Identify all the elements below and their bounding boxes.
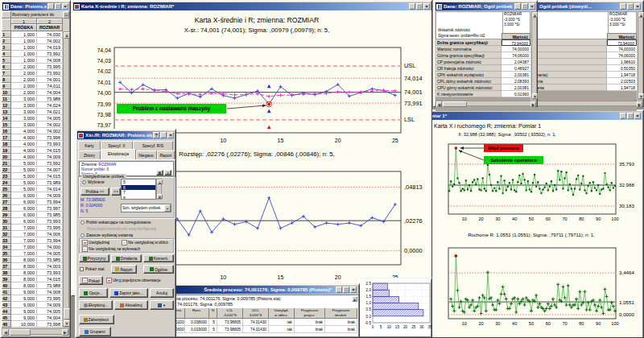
minimize-icon[interactable]: _ xyxy=(620,113,626,119)
column-header-rozmiar[interactable]: ROZMIAR xyxy=(37,24,63,31)
annotation-problem-maszyny[interactable]: Problem z nastawami maszyny xyxy=(117,104,226,113)
row-header[interactable]: 14 xyxy=(2,115,11,122)
cell-rozmiar[interactable]: 74,003 xyxy=(37,263,63,270)
maximize-icon[interactable]: □ xyxy=(627,113,634,119)
spec-row-value[interactable]: 1,94718 xyxy=(607,84,637,91)
opcje-button[interactable]: Opcje... xyxy=(79,288,108,298)
radio-wybrane[interactable]: Wybrane xyxy=(82,179,105,184)
row-header[interactable]: 45 xyxy=(2,315,11,321)
row-header[interactable]: 5 xyxy=(2,57,11,64)
histogram-canvas[interactable]: 2,52,01,51,00,50,0-0,505101520253035 xyxy=(357,278,431,337)
ukryj-obserwacje-toggle[interactable]: ×Ukryj pojedyncze obserwacje xyxy=(106,278,161,283)
cell-probka[interactable]: 7,000 xyxy=(11,244,37,250)
vertical-scrollbar[interactable]: ▲ ▼ xyxy=(531,11,537,100)
scroll-up-icon[interactable]: ▲ xyxy=(352,296,357,302)
row-header[interactable]: 46 xyxy=(2,321,11,328)
anuluj-button[interactable]: Anuluj xyxy=(150,288,174,298)
row-header[interactable]: 16 xyxy=(2,128,11,134)
row-header[interactable]: 36 xyxy=(2,257,11,263)
cell-probka[interactable]: 4,000 xyxy=(11,128,37,134)
vertical-scrollbar[interactable]: ▲ ▼ xyxy=(638,11,643,100)
cell-rozmiar[interactable]: 74,009 xyxy=(37,302,63,308)
cell-probka[interactable]: 6,000 xyxy=(11,192,37,199)
spec-row-value[interactable]: 2,00381 xyxy=(502,84,530,91)
cell-rozmiar[interactable]: 74,008 xyxy=(37,289,63,295)
spec-row-value[interactable]: 2,08393 xyxy=(502,78,530,84)
process-cell[interactable]: brak xyxy=(325,319,357,326)
cell-rozmiar[interactable]: 74,014 xyxy=(37,186,63,192)
pokaz-stat-checkbox[interactable]: Pokaż stat. xyxy=(80,266,105,271)
row-header[interactable]: 34 xyxy=(2,244,11,250)
row-header[interactable]: 1 xyxy=(2,31,11,38)
cell-probka[interactable]: 8,000 xyxy=(11,257,37,263)
maximize-icon[interactable]: □ xyxy=(55,3,61,10)
horizontal-scrollbar[interactable]: ◀ ▶ xyxy=(2,328,69,335)
cell-probka[interactable]: 5,000 xyxy=(11,160,37,167)
tab-zbiory[interactable]: Zbiory xyxy=(78,150,101,159)
cell-probka[interactable]: 2,000 xyxy=(11,89,37,96)
row-header[interactable]: 4 xyxy=(2,51,11,57)
data-titlebar[interactable]: Dane: Pistons.sta ... _ □ × xyxy=(2,2,68,10)
row-header[interactable]: 17 xyxy=(2,134,11,141)
process-column-header[interactable]: N xyxy=(209,308,217,319)
row-header[interactable]: 8 xyxy=(2,76,11,83)
spec-row-label[interactable]: CR frakcja zdolności xyxy=(436,65,502,72)
process-cell[interactable]: 5 xyxy=(209,319,217,326)
spec-row-value[interactable]: 0,01960 xyxy=(502,91,530,97)
cell-probka[interactable]: 1,000 xyxy=(11,44,37,51)
row-header[interactable]: 29 xyxy=(2,212,11,218)
koment-button[interactable]: Koment. xyxy=(143,254,174,262)
spec-row-label[interactable]: Górna granica specyfikacji xyxy=(436,52,502,59)
cell-probka[interactable]: 5,000 xyxy=(11,186,37,192)
toggle-nie-uwzgledniaj-oblicz[interactable]: ×Nie uwzględniaj w oblicz. xyxy=(122,240,169,245)
cell-probka[interactable]: 2,000 xyxy=(11,64,37,70)
cell-probka[interactable]: 10,000 xyxy=(11,321,37,328)
process-cell[interactable]: 74,01430 xyxy=(243,319,269,326)
cell-probka[interactable]: 1,000 xyxy=(11,38,37,44)
process-cell[interactable]: 73,98805 xyxy=(217,326,243,333)
process-cell[interactable]: 73,98805 xyxy=(217,319,243,326)
process-column-header[interactable]: Przypisanedziałań. xyxy=(325,308,357,319)
cell-rozmiar[interactable]: 73,998 xyxy=(37,321,63,328)
cell-probka[interactable]: 8,000 xyxy=(11,282,37,289)
row-header[interactable]: 19 xyxy=(2,147,11,154)
cell-rozmiar[interactable]: 73,993 xyxy=(37,141,63,147)
cell-probka[interactable]: 9,000 xyxy=(11,289,37,295)
row-header[interactable]: 12 xyxy=(2,102,11,109)
cell-probka[interactable]: 2,000 xyxy=(11,83,37,89)
minimize-icon[interactable]: _ xyxy=(47,3,54,10)
main-titlebar[interactable]: Karta X-średnie i R; zmienna: ROZMIAR* _… xyxy=(73,2,430,10)
list-item[interactable]: 8 xyxy=(122,196,155,200)
row-header[interactable]: 24 xyxy=(2,179,11,186)
horizontal-scrollbar[interactable]: ◀ ▶ xyxy=(436,101,537,106)
spec-row-value[interactable]: 2,04387 xyxy=(502,59,530,65)
cell-probka[interactable]: 6,000 xyxy=(11,212,37,218)
row-header[interactable]: 32 xyxy=(2,231,11,237)
cell-rozmiar[interactable]: 74,002 xyxy=(37,122,63,128)
row-header[interactable]: 42 xyxy=(2,295,11,302)
row-header[interactable]: 27 xyxy=(2,199,11,205)
cell-probka[interactable]: 4,000 xyxy=(11,134,37,141)
tab-niegaus[interactable]: Niegaus. xyxy=(136,150,157,159)
close-icon[interactable]: × xyxy=(167,132,174,138)
row-header[interactable]: 44 xyxy=(2,308,11,315)
process-column-header[interactable]: LCL-3,000*S xyxy=(217,308,243,319)
help-icon[interactable]: ? xyxy=(153,132,159,138)
cell-probka[interactable]: 1,000 xyxy=(11,31,37,38)
cell-rozmiar[interactable]: 74,000 xyxy=(37,244,63,250)
spec-row-value[interactable]: 74,06000 xyxy=(502,52,530,59)
cell-probka[interactable]: 9,000 xyxy=(11,308,37,315)
process-cell[interactable]: tak xyxy=(269,319,295,326)
cell-probka[interactable]: 8,000 xyxy=(11,276,37,282)
cell-rozmiar[interactable]: 74,011 xyxy=(37,83,63,89)
cell-rozmiar[interactable]: 74,005 xyxy=(37,115,63,122)
cell-rozmiar[interactable]: 74,030 xyxy=(37,31,63,38)
toggle-uwzgledniaj[interactable]: ×Uwzględniaj xyxy=(82,240,109,245)
cell-rozmiar[interactable]: 74,002 xyxy=(37,38,63,44)
row-header[interactable]: 39 xyxy=(2,276,11,282)
row-header[interactable]: 6 xyxy=(2,64,11,70)
cell-probka[interactable]: 7,000 xyxy=(11,225,37,231)
close-icon[interactable]: × xyxy=(423,3,430,10)
annotation-szkolenie-operatora[interactable]: Szkolenie operatora xyxy=(484,156,543,164)
process-column-header[interactable]: Rozs. xyxy=(185,308,209,319)
